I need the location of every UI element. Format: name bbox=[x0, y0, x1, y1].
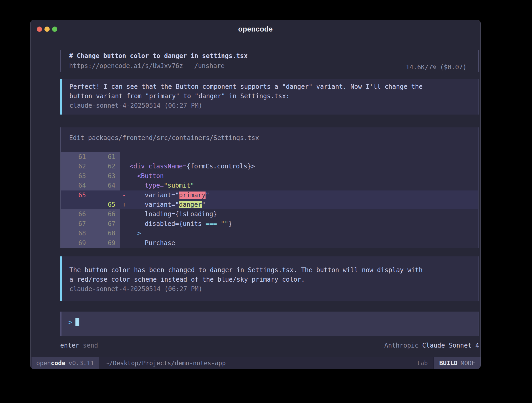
titlebar[interactable]: opencode bbox=[30, 20, 480, 38]
old-line-number: 62 bbox=[61, 162, 91, 171]
code-line: <Button bbox=[130, 171, 478, 181]
code-token: } bbox=[228, 220, 232, 228]
tab-key-hint: tab bbox=[417, 357, 428, 369]
code-token: <Button bbox=[137, 172, 164, 180]
message-line: button variant from "primary" to "danger… bbox=[69, 91, 473, 101]
send-label: send bbox=[83, 342, 98, 349]
old-line-number: 64 bbox=[61, 181, 91, 190]
new-line-number: 62 bbox=[91, 162, 120, 171]
diff-row: 65+ variant="danger" bbox=[61, 200, 478, 209]
assistant-message: The button color has been changed to dan… bbox=[60, 256, 479, 301]
code-token: <div className= bbox=[130, 163, 187, 170]
old-line-number: 68 bbox=[61, 229, 91, 238]
window-title: opencode bbox=[30, 25, 480, 33]
model-label: Claude Sonnet 4 bbox=[422, 342, 479, 349]
prompt-input[interactable]: > bbox=[60, 312, 479, 336]
assistant-message: Perfect! I can see that the Button compo… bbox=[60, 79, 479, 115]
code-line bbox=[130, 152, 478, 162]
new-line-number: 68 bbox=[91, 229, 120, 238]
code-token: "submit" bbox=[164, 182, 194, 189]
diff-sign bbox=[120, 229, 130, 238]
new-line-number: 69 bbox=[91, 238, 120, 248]
diff-sign bbox=[120, 181, 130, 190]
code-line: loading={isLoading} bbox=[130, 209, 478, 219]
app-version-chip: opencodev0.3.11 bbox=[32, 357, 99, 369]
diff-row: 6161 bbox=[61, 152, 478, 162]
diff-sign bbox=[120, 219, 130, 229]
message-text: Perfect! I can see that the Button compo… bbox=[69, 82, 473, 101]
mode-emphasis: BUILD bbox=[439, 360, 457, 366]
edit-tool-title: Edit packages/frontend/src/containers/Se… bbox=[61, 127, 478, 142]
diff-row: 6363 <Button bbox=[61, 171, 478, 181]
message-meta: claude-sonnet-4-20250514 (06:27 PM) bbox=[69, 101, 473, 110]
code-token: " bbox=[206, 192, 209, 199]
code-line: > bbox=[130, 229, 478, 238]
new-line-number: 66 bbox=[91, 209, 120, 219]
old-line-number: 67 bbox=[61, 219, 91, 229]
code-line: <div className={formCs.controls}> bbox=[130, 162, 478, 171]
old-line-number: 65 bbox=[61, 190, 91, 200]
code-token bbox=[130, 172, 137, 180]
app-version: v0.3.11 bbox=[69, 360, 94, 366]
diff-sign: - bbox=[120, 190, 130, 200]
code-token: disabled={units bbox=[130, 220, 206, 228]
provider-label: Anthropic bbox=[384, 342, 418, 349]
status-bar: opencodev0.3.11 ~/Desktop/Projects/demo-… bbox=[30, 357, 480, 369]
app-name-bold: code bbox=[51, 360, 65, 366]
code-token: type= bbox=[145, 182, 164, 189]
status-bar-spacer bbox=[226, 357, 417, 369]
new-line-number: 63 bbox=[91, 171, 120, 181]
diff-row: 6666 loading={isLoading} bbox=[61, 209, 478, 219]
diff-row: 6969 Purchase bbox=[61, 238, 478, 248]
old-line-number: 66 bbox=[61, 209, 91, 219]
send-hint: entersend bbox=[60, 341, 98, 350]
hint-row: entersend AnthropicClaude Sonnet 4 bbox=[60, 341, 479, 350]
new-line-number: 61 bbox=[91, 152, 120, 162]
model-indicator[interactable]: AnthropicClaude Sonnet 4 bbox=[384, 341, 479, 350]
traffic-lights bbox=[37, 20, 57, 38]
message-line: a red/rose color scheme instead of the b… bbox=[69, 275, 473, 284]
zoom-window-button[interactable] bbox=[52, 27, 57, 32]
terminal-window: opencode # Change button color to danger… bbox=[30, 20, 481, 369]
unshare-command[interactable]: /unshare bbox=[194, 62, 225, 70]
code-token bbox=[130, 230, 137, 237]
diff-sign bbox=[120, 152, 130, 162]
share-header: # Change button color to danger in setti… bbox=[60, 50, 479, 72]
code-token: variant=" bbox=[130, 201, 179, 208]
edit-tool-block: Edit packages/frontend/src/containers/Se… bbox=[60, 127, 479, 248]
text-cursor bbox=[75, 318, 79, 326]
code-token: Purchase bbox=[145, 239, 175, 247]
minimize-window-button[interactable] bbox=[44, 27, 50, 32]
new-line-number bbox=[91, 190, 120, 200]
code-token: danger bbox=[179, 201, 202, 208]
old-line-number: 63 bbox=[61, 171, 91, 181]
diff-row: 6868 > bbox=[61, 229, 478, 238]
diff-row: 6464 type="submit" bbox=[61, 181, 478, 190]
code-line: type="submit" bbox=[130, 181, 478, 190]
code-line: disabled={units === ""} bbox=[130, 219, 478, 229]
share-url-link[interactable]: https://opencode.ai/s/UwJxv76z bbox=[69, 62, 183, 70]
message-line: Perfect! I can see that the Button compo… bbox=[69, 82, 473, 91]
message-text: The button color has been changed to dan… bbox=[69, 265, 473, 284]
close-window-button[interactable] bbox=[37, 27, 42, 32]
diff-sign bbox=[120, 238, 130, 248]
session-title: # Change button color to danger in setti… bbox=[69, 51, 248, 61]
code-token: > bbox=[137, 230, 141, 237]
working-directory: ~/Desktop/Projects/demo-notes-app bbox=[106, 357, 226, 369]
diff-row: 65- variant="primary" bbox=[61, 190, 478, 200]
code-token: " bbox=[202, 201, 206, 208]
diff-sign bbox=[120, 209, 130, 219]
old-line-number: 69 bbox=[61, 238, 91, 248]
message-meta: claude-sonnet-4-20250514 (06:27 PM) bbox=[69, 284, 473, 294]
message-line: The button color has been changed to dan… bbox=[69, 265, 473, 275]
prompt-symbol: > bbox=[68, 318, 72, 326]
code-token: loading={isLoading} bbox=[130, 210, 217, 218]
share-url-row: https://opencode.ai/s/UwJxv76z /unshare bbox=[69, 61, 248, 71]
code-token: "" bbox=[221, 220, 228, 228]
mode-chip[interactable]: BUILDMODE bbox=[433, 357, 480, 369]
new-line-number: 64 bbox=[91, 181, 120, 190]
code-line: variant="primary" bbox=[130, 190, 478, 200]
old-line-number: 61 bbox=[61, 152, 91, 162]
share-header-left: # Change button color to danger in setti… bbox=[69, 51, 248, 72]
code-token bbox=[130, 239, 145, 247]
